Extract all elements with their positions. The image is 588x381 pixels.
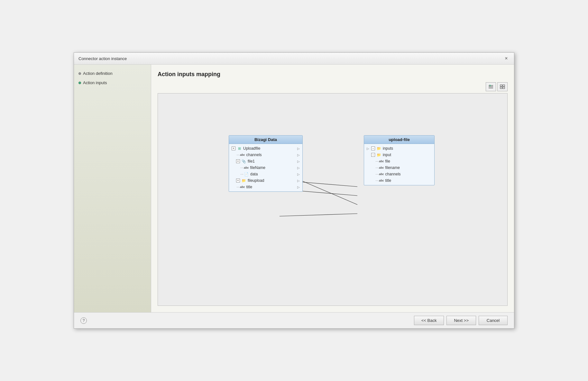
svg-rect-3 [500,85,502,86]
arrow-uploadfile: ▷ [297,147,300,150]
abc-icon-right-channels: abc [379,173,384,176]
row-fileupload[interactable]: + 📁 fileupload ▷ [229,177,302,184]
arrow-filename: ▷ [297,166,300,170]
upload-file-node: upload-file ▷ − 📁 inputs [364,135,435,185]
row-right-title[interactable]: abc title [364,177,434,184]
bizagi-data-header: Bizagi Data [229,136,302,144]
row-filename[interactable]: abc fileName ▷ [229,164,302,171]
label-fileupload: fileupload [248,178,264,183]
connections-svg [158,93,507,306]
folder-icon-inputs: 📁 [376,146,381,151]
footer-buttons: << Back Next >> Cancel [414,316,508,325]
folder-icon-input: 📁 [376,153,381,157]
upload-file-body: ▷ − 📁 inputs − 📁 input [364,144,434,185]
arrow-title: ▷ [297,185,300,189]
row-right-file[interactable]: abc file [364,158,434,164]
row-uploadfile[interactable]: + ⊞ Uploadfile ▷ [229,145,302,152]
label-right-file: file [385,159,390,164]
arrow-data: ▷ [297,173,300,176]
label-right-title: title [385,178,391,183]
svg-rect-5 [500,87,502,89]
arrow-file1: ▷ [297,160,300,163]
arrow-channels: ▷ [297,153,300,157]
bizagi-data-node: Bizagi Data + ⊞ Uploadfile ▷ [229,135,303,192]
dialog-title: Connector action instance [78,56,127,61]
grid-icon [500,84,505,89]
label-input: input [383,153,391,157]
svg-rect-6 [503,87,505,89]
svg-rect-4 [503,85,505,86]
label-inputs: inputs [383,146,393,151]
cancel-button[interactable]: Cancel [479,316,508,325]
row-channels[interactable]: abc channels ▷ [229,152,302,158]
row-right-filename[interactable]: abc filename [364,164,434,171]
row-input[interactable]: − 📁 input [364,152,434,158]
map-icon [488,84,494,89]
expand-file1[interactable]: + [236,159,240,163]
abc-icon-channels: abc [240,153,245,156]
mapping-canvas: Bizagi Data + ⊞ Uploadfile ▷ [158,93,508,306]
close-button[interactable]: × [503,55,510,62]
dialog-body: Action definition Action inputs Action i… [74,65,514,312]
sidebar-item-action-inputs[interactable]: Action inputs [78,80,146,85]
arrow-fileupload: ▷ [297,179,300,182]
expand-uploadfile[interactable]: + [232,146,235,150]
label-channels: channels [246,153,262,157]
svg-line-10 [280,214,357,216]
bizagi-data-body: + ⊞ Uploadfile ▷ abc channels ▷ [229,144,302,191]
table-icon-uploadfile: ⊞ [237,146,242,151]
row-data[interactable]: 📄 data ▷ [229,171,302,177]
main-content: Action inputs mapping [151,65,514,312]
expand-inputs[interactable]: − [371,146,375,150]
help-button[interactable]: ? [80,317,87,324]
connector-dialog: Connector action instance × Action defin… [74,52,514,329]
sidebar-dot-action-definition [78,72,81,75]
label-uploadfile: Uploadfile [243,146,260,151]
next-button[interactable]: Next >> [446,316,476,325]
label-title: title [246,185,253,189]
label-data: data [250,172,258,176]
expand-input[interactable]: − [371,153,375,157]
dialog-footer: ? << Back Next >> Cancel [74,312,514,328]
file-icon-file1: 📎 [241,159,246,164]
expand-fileupload[interactable]: + [236,179,240,182]
arrow-left-inputs: ▷ [367,147,369,150]
label-file1: file1 [248,159,255,164]
page-title: Action inputs mapping [158,71,508,78]
sidebar-label-action-inputs: Action inputs [83,80,107,85]
abc-icon-right-title: abc [379,179,384,182]
abc-icon-filename: abc [244,166,249,169]
toolbar [158,82,508,91]
abc-icon-title: abc [240,185,245,189]
folder-icon-fileupload: 📁 [241,178,246,183]
back-button[interactable]: << Back [414,316,444,325]
sidebar-item-action-definition[interactable]: Action definition [78,71,146,76]
label-right-channels: channels [385,172,401,176]
label-right-filename: filename [385,165,400,170]
row-title[interactable]: abc title ▷ [229,184,302,190]
sidebar-dot-action-inputs [78,82,81,84]
upload-file-header: upload-file [364,136,434,144]
abc-icon-right-filename: abc [379,166,384,169]
sidebar: Action definition Action inputs [74,65,151,312]
abc-icon-right-file: abc [379,160,384,163]
map-view-button[interactable] [486,82,496,91]
row-inputs[interactable]: ▷ − 📁 inputs [364,145,434,152]
doc-icon-data: 📄 [244,172,249,176]
row-right-channels[interactable]: abc channels [364,171,434,177]
grid-view-button[interactable] [497,82,508,91]
sidebar-label-action-definition: Action definition [83,71,113,76]
label-filename: fileName [250,165,265,170]
row-file1[interactable]: + 📎 file1 ▷ [229,158,302,164]
title-bar: Connector action instance × [74,53,514,65]
